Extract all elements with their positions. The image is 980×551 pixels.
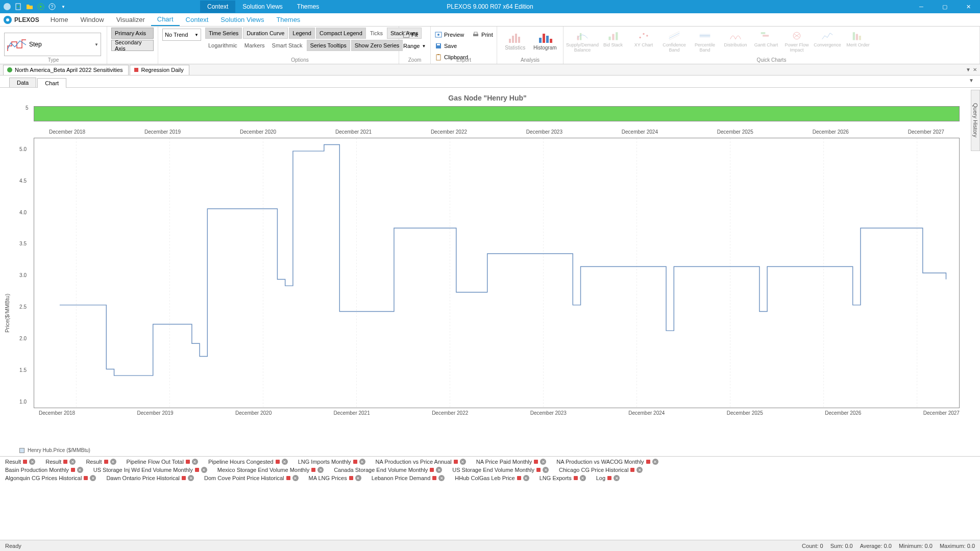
menu-chart[interactable]: Chart [151, 13, 180, 26]
close-icon[interactable]: ✕ [292, 475, 299, 481]
option-markers[interactable]: Markers [241, 40, 268, 51]
quickchart-power-flow-impact[interactable]: Power Flow Impact [782, 30, 812, 53]
bottom-tab-dawn-ontario-price-historical[interactable]: Dawn Ontario Price Historical✕ [106, 475, 194, 481]
export-save[interactable]: Save [435, 41, 468, 51]
close-icon[interactable]: ✕ [188, 475, 194, 481]
panel-options-icon[interactable]: ▼ [969, 78, 974, 83]
bottom-tab-hhub-colgas-leb-price[interactable]: HHub ColGas Leb Price✕ [455, 475, 529, 481]
close-icon[interactable]: ✕ [192, 459, 198, 465]
bottom-tab-result[interactable]: Result✕ [45, 459, 76, 465]
option-legend[interactable]: Legend [289, 28, 315, 39]
bottom-tab-canada-storage-end-volume-monthly[interactable]: Canada Storage End Volume Monthly✕ [334, 467, 442, 473]
option-duration-curve[interactable]: Duration Curve [243, 28, 288, 39]
menu-window[interactable]: Window [74, 14, 110, 26]
option-series-tooltips[interactable]: Series Tooltips [307, 40, 350, 51]
analysis-histogram[interactable]: Histogram [531, 30, 559, 51]
close-icon[interactable]: ✕ [580, 475, 586, 481]
bottom-tab-chicago-cg-price-historical[interactable]: Chicago CG Price Historical✕ [559, 467, 643, 473]
app-icon[interactable] [3, 3, 11, 11]
bottom-tab-lebanon-price-demand[interactable]: Lebanon Price Demand✕ [372, 475, 445, 481]
bottom-tab-pipeline-flow-out-total[interactable]: Pipeline Flow Out Total✕ [127, 459, 198, 465]
bottom-tab-mexico-storage-end-volume-monthly[interactable]: Mexico Storage End Volume Monthly✕ [217, 467, 324, 473]
close-icon[interactable]: ✕ [543, 467, 549, 473]
doctab-north-america[interactable]: North America_Beta April 2022 Sensitivit… [3, 65, 129, 75]
close-icon[interactable]: ✕ [77, 467, 83, 473]
chart-type-selector[interactable]: Step ▼ [4, 33, 101, 56]
bottom-tab-dom-cove-point-price-historical[interactable]: Dom Cove Point Price Historical✕ [204, 475, 299, 481]
menu-themes[interactable]: Themes [270, 14, 306, 26]
bottom-tab-result[interactable]: Result✕ [5, 459, 35, 465]
analysis-statistics[interactable]: Statistics [501, 30, 529, 51]
close-icon[interactable]: ✕ [436, 467, 442, 473]
doctab-regression-daily[interactable]: Regression Daily [130, 65, 189, 75]
bottom-tab-na-price-paid-monthly[interactable]: NA Price Paid Monthly✕ [476, 459, 546, 465]
export-print[interactable]: Print [472, 30, 493, 40]
zoom-range[interactable]: Range▼ [403, 41, 426, 51]
main-chart[interactable] [34, 138, 960, 408]
export-preview[interactable]: Preview [435, 30, 468, 40]
option-smart-stack[interactable]: Smart Stack [269, 40, 306, 51]
menu-context[interactable]: Context [180, 14, 215, 26]
logo[interactable]: PLEXOS [3, 15, 39, 24]
close-icon[interactable]: ✕ [110, 459, 116, 465]
titlebar-tab-themes[interactable]: Themes [290, 1, 326, 13]
close-icon[interactable]: ✕ [460, 459, 466, 465]
close-button[interactable]: ✕ [957, 0, 980, 13]
option-ticks[interactable]: Ticks [367, 28, 386, 39]
chart-legend[interactable]: Henry Hub.Price ($/MMBtu) [19, 447, 90, 453]
close-icon[interactable]: ✕ [29, 459, 35, 465]
bottom-tab-us-storage-inj-wd-end-volume-monthly[interactable]: US Storage Inj Wd End Volume Monthly✕ [93, 467, 207, 473]
primary-axis-button[interactable]: Primary Axis [111, 28, 154, 39]
menu-solution-views[interactable]: Solution Views [214, 14, 270, 26]
close-icon[interactable]: ✕ [355, 475, 361, 481]
quickchart-convergence[interactable]: Convergence [813, 30, 842, 53]
quickchart-xy-chart[interactable]: XY Chart [629, 30, 658, 53]
dropdown-icon[interactable]: ▼ [59, 3, 67, 11]
maximize-button[interactable]: ▢ [933, 0, 957, 13]
close-panel-icon[interactable]: ✕ [973, 67, 977, 72]
close-icon[interactable]: ✕ [438, 475, 445, 481]
option-show-zero-series[interactable]: Show Zero Series [351, 40, 403, 51]
secondary-axis-button[interactable]: Secondary Axis [111, 40, 154, 51]
option-compact-legend[interactable]: Compact Legend [316, 28, 366, 39]
close-icon[interactable]: ✕ [614, 475, 620, 481]
menu-home[interactable]: Home [44, 14, 75, 26]
bottom-tab-result[interactable]: Result✕ [86, 459, 116, 465]
quickchart-supply-demand-balance[interactable]: Supply/Demand Balance [568, 30, 597, 53]
overview-range-bar[interactable] [34, 106, 960, 121]
quickchart-percentile-band[interactable]: Percentile Band [690, 30, 720, 53]
option-logarithmic[interactable]: Logarithmic [205, 40, 240, 51]
zoom-fit[interactable]: Fit [403, 30, 426, 40]
option-time-series[interactable]: Time Series [205, 28, 242, 39]
menu-visualizer[interactable]: Visualizer [110, 14, 151, 26]
quickchart-bid-stack[interactable]: Bid Stack [598, 30, 628, 53]
close-icon[interactable]: ✕ [201, 467, 207, 473]
autohide-icon[interactable]: ▼ [966, 67, 971, 72]
quickchart-confidence-band[interactable]: Confidence Band [659, 30, 689, 53]
open-icon[interactable] [26, 3, 34, 11]
subtab-chart[interactable]: Chart [37, 78, 66, 88]
bottom-tab-ma-lng-prices[interactable]: MA LNG Prices✕ [309, 475, 361, 481]
close-icon[interactable]: ✕ [90, 475, 96, 481]
bottom-tab-pipeline-hours-congested[interactable]: Pipeline Hours Congested✕ [208, 459, 288, 465]
subtab-data[interactable]: Data [9, 78, 36, 87]
close-icon[interactable]: ✕ [317, 467, 324, 473]
quickchart-distribution[interactable]: Distribution [721, 30, 750, 53]
titlebar-tab-context[interactable]: Context [200, 1, 235, 13]
bottom-tab-basin-production-monthly[interactable]: Basin Production Monthly✕ [5, 467, 83, 473]
help-icon[interactable]: ? [48, 3, 56, 11]
new-icon[interactable]: + [14, 3, 22, 11]
close-icon[interactable]: ✕ [652, 459, 658, 465]
run-icon[interactable] [37, 3, 45, 11]
bottom-tab-us-storage-end-volume-monthly[interactable]: US Storage End Volume Monthly✕ [452, 467, 549, 473]
close-icon[interactable]: ✕ [523, 475, 529, 481]
minimize-button[interactable]: ─ [910, 0, 933, 13]
close-icon[interactable]: ✕ [540, 459, 546, 465]
close-icon[interactable]: ✕ [636, 467, 643, 473]
overview-chart[interactable]: 5 December 2018December 2019December 202… [34, 104, 960, 135]
titlebar-tab-solution-views[interactable]: Solution Views [235, 1, 290, 13]
bottom-tab-na-production-vs-price-annual[interactable]: NA Production vs Price Annual✕ [376, 459, 466, 465]
trend-selector[interactable]: No Trend ▼ [162, 29, 201, 41]
bottom-tab-lng-imports-monthly[interactable]: LNG Imports Monthly✕ [298, 459, 365, 465]
close-icon[interactable]: ✕ [359, 459, 365, 465]
